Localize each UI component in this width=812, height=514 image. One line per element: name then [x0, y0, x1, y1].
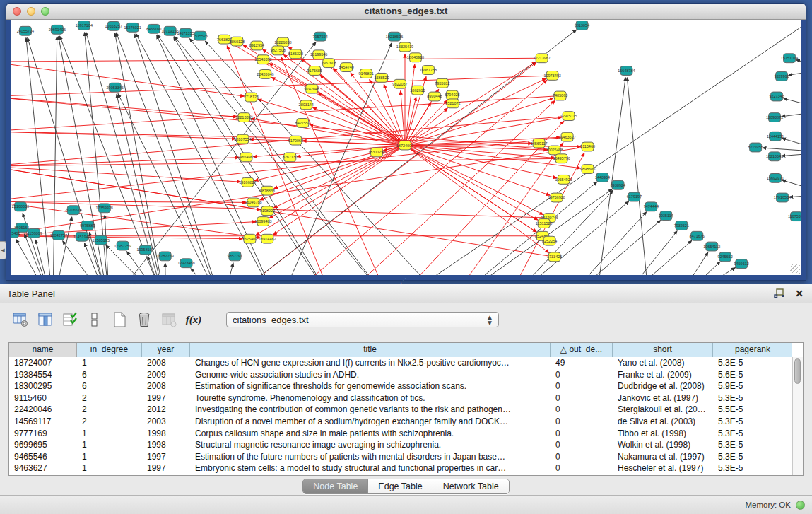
graph-node[interactable]: 19756928 — [548, 193, 565, 202]
graph-node[interactable]: 1440954 — [595, 173, 610, 182]
graph-node[interactable]: 9474444 — [644, 202, 659, 211]
graph-node[interactable]: 8990448 — [427, 92, 442, 101]
table-scrollbar[interactable] — [792, 357, 803, 475]
graph-node[interactable]: 9975887 — [80, 221, 95, 230]
table-cell[interactable]: 1 — [77, 428, 142, 440]
table-cell[interactable]: 9777169 — [9, 428, 77, 440]
table-cell[interactable]: Tourette syndrome. Phenomenology and cla… — [190, 392, 551, 404]
table-selector-dropdown[interactable]: citations_edges.txt ▲▼ — [226, 312, 499, 327]
graph-node[interactable]: 9827508 — [271, 46, 286, 55]
graph-node[interactable]: 18640910 — [407, 53, 424, 62]
table-row[interactable]: 2242004622012Investigating the contribut… — [9, 404, 792, 416]
graph-node[interactable]: 8267130 — [283, 153, 298, 162]
table-cell[interactable]: 2 — [77, 392, 142, 404]
graph-node[interactable]: 9115460 — [580, 142, 595, 151]
table-cell[interactable]: 0 — [551, 392, 613, 404]
new-file-icon[interactable] — [110, 310, 129, 329]
network-graph[interactable]: 2405572420691406189171041065325715276021… — [11, 20, 801, 275]
table-cell[interactable]: Investigating the contribution of common… — [190, 404, 551, 416]
table-cell[interactable]: 2009 — [142, 369, 190, 381]
graph-node[interactable]: 24055724 — [17, 26, 34, 35]
table-cell[interactable]: Wolkin et al. (1998) — [613, 439, 713, 451]
table-row[interactable]: 1830029562008Estimation of significance … — [9, 380, 792, 392]
graph-node[interactable]: 18724007 — [396, 141, 413, 150]
import-table-icon[interactable] — [160, 310, 178, 329]
graph-node[interactable]: 9175685 — [307, 66, 322, 76]
table-cell[interactable]: 9463627 — [9, 462, 77, 474]
table-cell[interactable]: Yano et al. (2008) — [613, 357, 713, 369]
network-view-window[interactable]: citations_edges.txt 24055724206914061891… — [6, 3, 806, 281]
graph-node[interactable]: 20691406 — [49, 25, 66, 34]
graph-node[interactable]: 6794028 — [445, 90, 459, 100]
table-cell[interactable]: Genome-wide association studies in ADHD. — [190, 369, 551, 381]
delete-table-icon[interactable] — [135, 310, 153, 329]
table-cell[interactable]: 1 — [77, 357, 142, 369]
column-header-title[interactable]: title — [190, 343, 551, 357]
table-cell[interactable]: 6 — [77, 380, 142, 392]
graph-node[interactable]: 15692971 — [767, 173, 784, 182]
table-row[interactable]: 911546021997Tourette syndrome. Phenomeno… — [9, 392, 792, 404]
graph-node[interactable]: 10543392 — [254, 55, 271, 64]
table-cell[interactable]: 2008 — [142, 357, 190, 369]
graph-node[interactable]: 18300295 — [368, 148, 385, 157]
graph-node[interactable]: 14671355 — [177, 28, 194, 37]
graph-node[interactable]: 19654983 — [237, 153, 254, 162]
table-cell[interactable]: 1998 — [142, 428, 190, 440]
table-cell[interactable]: 1998 — [142, 439, 190, 451]
graph-node[interactable]: 7485063 — [553, 91, 567, 100]
graph-node[interactable]: 18199546 — [310, 50, 327, 59]
graph-node[interactable]: 8471676 — [690, 231, 705, 240]
graph-node[interactable]: 9329966 — [774, 71, 789, 81]
graph-node[interactable]: 12444151 — [767, 132, 784, 141]
graph-node[interactable]: 16648784 — [618, 66, 635, 76]
table-cell[interactable]: Corpus callosum shape and size in male p… — [190, 428, 551, 440]
graph-node[interactable]: 10973493 — [543, 71, 560, 80]
graph-node[interactable]: 1588520 — [374, 73, 389, 82]
graph-node[interactable]: 19166827 — [239, 177, 256, 187]
table-cell[interactable]: 1 — [77, 451, 142, 463]
show-columns-icon[interactable] — [36, 310, 54, 329]
graph-node[interactable]: 9521072 — [445, 99, 460, 108]
table-cell[interactable]: 5.3E-5 — [713, 357, 792, 369]
graph-node[interactable]: 11675300 — [788, 212, 801, 221]
graph-node[interactable]: 11511520 — [536, 219, 553, 228]
table-cell[interactable]: 0 — [551, 369, 613, 381]
graph-node[interactable]: 9245652 — [718, 252, 733, 262]
graph-node[interactable]: 8252254 — [542, 236, 557, 245]
table-settings-icon[interactable] — [11, 310, 30, 329]
network-canvas[interactable]: 2405572420691406189171041065325715276021… — [11, 20, 801, 275]
graph-node[interactable]: 2718126 — [244, 93, 259, 102]
graph-node[interactable]: 12213967 — [533, 54, 550, 63]
graph-node[interactable]: 12505195 — [93, 235, 110, 245]
float-panel-icon[interactable] — [774, 288, 784, 298]
table-row[interactable]: 969969511998Structural magnetic resonanc… — [9, 439, 792, 451]
graph-node[interactable]: 12093872 — [766, 113, 783, 122]
graph-node[interactable]: 8878833 — [260, 186, 275, 195]
table-cell[interactable]: 5.3E-5 — [713, 451, 792, 463]
graph-node[interactable]: 12923468 — [177, 259, 194, 268]
graph-node[interactable]: 2935114 — [659, 211, 673, 221]
graph-node[interactable]: 2803144 — [299, 100, 314, 110]
graph-node[interactable]: 8860128 — [230, 37, 245, 46]
table-cell[interactable]: Stergiakouli et al. (2012) — [613, 404, 713, 416]
table-cell[interactable]: 9699695 — [9, 439, 77, 451]
table-cell[interactable]: 5.3E-5 — [713, 392, 792, 404]
table-cell[interactable]: 2012 — [142, 404, 190, 416]
graph-node[interactable]: 22420046 — [257, 70, 273, 79]
graph-node[interactable]: 9242848 — [305, 84, 319, 93]
table-cell[interactable]: 5.6E-5 — [713, 369, 792, 381]
graph-node[interactable]: 16046788 — [245, 198, 261, 207]
table-cell[interactable]: 2003 — [142, 416, 190, 428]
graph-node[interactable]: 16782759 — [156, 252, 173, 261]
table-cell[interactable]: 49 — [551, 357, 613, 369]
graph-node[interactable]: 17016504 — [774, 193, 791, 202]
graph-node[interactable]: 9146821 — [358, 69, 373, 78]
panel-collapse-arrow[interactable]: ◀ — [0, 241, 6, 259]
graph-node[interactable]: 1733426 — [547, 252, 562, 262]
table-cell[interactable]: Estimation of the future numbers of pati… — [190, 451, 551, 463]
table-cell[interactable]: Embryonic stem cells: a model to study s… — [190, 462, 551, 474]
column-header-pagerank[interactable]: pagerank — [713, 343, 792, 357]
panel-resize-grip[interactable]: ⋰ — [400, 279, 408, 283]
graph-node[interactable]: 19218596 — [386, 32, 403, 41]
table-row[interactable]: 946554611997Estimation of the future num… — [9, 451, 792, 463]
